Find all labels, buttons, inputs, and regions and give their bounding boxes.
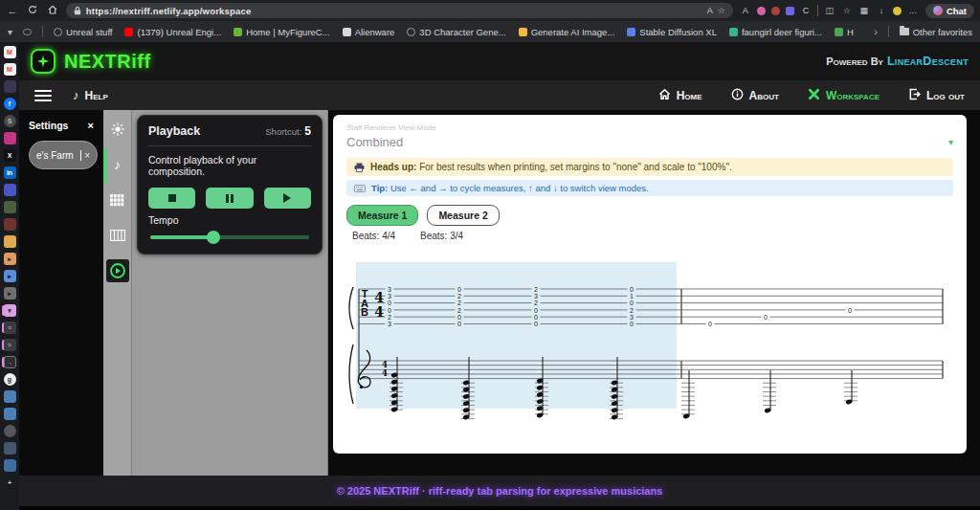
reading-list-icon[interactable] — [23, 29, 32, 35]
nav-label: Home — [677, 89, 702, 102]
other-favorites-button[interactable]: Other favorites — [900, 27, 972, 37]
bookmark-item[interactable]: Stable Diffusion XL — [627, 27, 717, 37]
favorite-star-icon[interactable]: ☆ — [718, 6, 725, 15]
bookmark-label: Alienware — [355, 27, 395, 37]
song-search-input[interactable]: e's Farm × — [29, 141, 98, 169]
app-icon-steel-blue[interactable] — [4, 390, 16, 403]
playback-title: Playback — [148, 124, 200, 138]
gmail-icon-2[interactable]: M — [4, 63, 16, 76]
nav-label: About — [749, 89, 779, 102]
app-icon-indigo[interactable] — [4, 184, 16, 196]
beats-row: Beats: 4/4 Beats: 3/4 — [346, 231, 953, 241]
bookmark-item[interactable]: (1379) Unreal Engi... — [124, 27, 221, 37]
measure-2-button[interactable]: Measure 2 — [427, 205, 499, 226]
search-value: e's Farm — [36, 150, 78, 161]
svg-text:4: 4 — [374, 290, 384, 305]
stop-button[interactable] — [148, 188, 195, 209]
tempo-slider-thumb[interactable] — [207, 231, 220, 244]
svg-text:0: 0 — [534, 314, 538, 321]
more-bookmarks-chevron[interactable]: › — [875, 27, 878, 37]
edge-sidebar: MMfSXin▸▸▸▾≡≈→g+ — [0, 42, 19, 510]
display-tool[interactable] — [106, 118, 129, 141]
sync-icon[interactable]: C — [800, 6, 812, 15]
tempo-slider[interactable] — [150, 235, 309, 239]
extension-yellow-icon[interactable] — [893, 7, 902, 15]
read-aloud-icon[interactable]: A — [707, 6, 713, 15]
linkedin-icon[interactable]: in — [4, 166, 16, 179]
back-icon[interactable]: ← — [6, 5, 19, 16]
extension-ball-icon[interactable] — [757, 7, 766, 15]
play-button[interactable] — [264, 188, 311, 209]
nav-item-about[interactable]: About — [731, 88, 779, 103]
close-settings-icon[interactable]: × — [88, 120, 94, 131]
copilot-chat-button[interactable]: Chat — [925, 4, 974, 18]
piano-tool[interactable] — [106, 224, 129, 247]
other-favorites-label: Other favorites — [913, 27, 972, 37]
play-icon — [283, 193, 291, 203]
app-icon-lavender[interactable] — [4, 80, 16, 93]
add-app-icon[interactable]: + — [4, 477, 16, 489]
nav-item-log-out[interactable]: Log out — [908, 88, 965, 103]
facebook-icon[interactable]: f — [4, 98, 16, 110]
tool-icon-flow[interactable]: ≈ — [4, 339, 16, 351]
address-bar[interactable]: https://nextriff.netlify.app/workspace A… — [66, 3, 733, 18]
app-icon-slate[interactable] — [4, 442, 16, 455]
playback-tool[interactable] — [106, 259, 129, 282]
more-menu-icon[interactable]: … — [907, 6, 919, 15]
app-icon-orange[interactable]: ▸ — [4, 253, 16, 265]
bookmark-item[interactable]: Unreal stuff — [54, 27, 112, 37]
app-icon-olive[interactable] — [4, 201, 16, 213]
globe-icon[interactable] — [4, 425, 16, 437]
nav-item-workspace[interactable]: Workspace — [808, 88, 880, 103]
divider — [817, 5, 818, 16]
measure-1-button[interactable]: Measure 1 — [346, 205, 418, 226]
extension-shield-icon[interactable] — [771, 7, 780, 15]
bookmark-item[interactable]: 3D Character Gene... — [407, 27, 505, 37]
github-icon[interactable]: g — [4, 373, 16, 386]
gmail-icon[interactable]: M — [4, 46, 16, 58]
app-icon-maroon[interactable] — [4, 218, 16, 231]
measure1-beats: Beats: 4/4 — [352, 231, 395, 241]
svg-text:0: 0 — [630, 299, 634, 306]
notation-tool[interactable]: ♪ — [106, 153, 129, 176]
clear-search-icon[interactable]: × — [84, 150, 90, 161]
view-mode-select[interactable]: Combined ▾ — [346, 135, 953, 149]
bookmark-item[interactable]: Generate AI Image... — [519, 27, 615, 37]
favorites-icon[interactable]: ☆ — [841, 6, 853, 15]
bookmark-item[interactable]: Home | MyFigureC... — [234, 27, 329, 37]
read-aloud-icon[interactable]: A — [740, 6, 751, 15]
instagram-icon[interactable] — [4, 132, 16, 144]
tool-icon-levels[interactable]: ≡ — [4, 322, 16, 334]
skype-icon[interactable]: S — [4, 115, 16, 127]
collections-icon[interactable]: ▦ — [858, 6, 870, 15]
app-icon-steel-blue-2[interactable] — [4, 408, 16, 420]
bookmark-item[interactable]: How To Ace The C... — [835, 27, 854, 37]
help-button[interactable]: ♪ Help — [73, 88, 108, 102]
media-app-icon-pink[interactable]: ▾ — [4, 304, 16, 317]
svg-text:0: 0 — [630, 321, 634, 327]
bookmark-item[interactable]: faungirl deer figuri... — [729, 27, 822, 37]
split-screen-icon[interactable]: ◫ — [824, 6, 835, 15]
bookmark-item[interactable]: Alienware — [343, 27, 395, 37]
tool-icon-export[interactable]: → — [4, 356, 16, 368]
nav-item-home[interactable]: Home — [658, 88, 702, 103]
home-icon[interactable] — [46, 5, 59, 16]
favicon — [835, 28, 843, 36]
media-app-icon-blue[interactable]: ▸ — [4, 270, 16, 282]
fretboard-tool[interactable] — [106, 188, 129, 211]
svg-text:0: 0 — [388, 299, 391, 306]
print-notice-text: Heads up: For best results when printing… — [370, 162, 732, 172]
downloads-icon[interactable]: ↓ — [876, 6, 887, 15]
collapse-bookmarks-icon[interactable]: ▾ — [8, 27, 12, 37]
tempo-slider-fill — [150, 235, 213, 239]
x-icon[interactable]: X — [4, 149, 16, 162]
app-icon-azure[interactable] — [4, 459, 16, 472]
pause-button[interactable] — [206, 188, 253, 209]
extension-app-icon[interactable] — [786, 7, 794, 15]
footer-text: © 2025 NEXTRiff · riff-ready tab parsing… — [337, 485, 663, 497]
menu-icon[interactable] — [34, 90, 52, 101]
svg-text:2: 2 — [457, 307, 461, 314]
media-app-icon-gray[interactable]: ▸ — [4, 287, 16, 299]
refresh-icon[interactable] — [26, 5, 39, 16]
app-icon-amber[interactable] — [4, 235, 16, 248]
